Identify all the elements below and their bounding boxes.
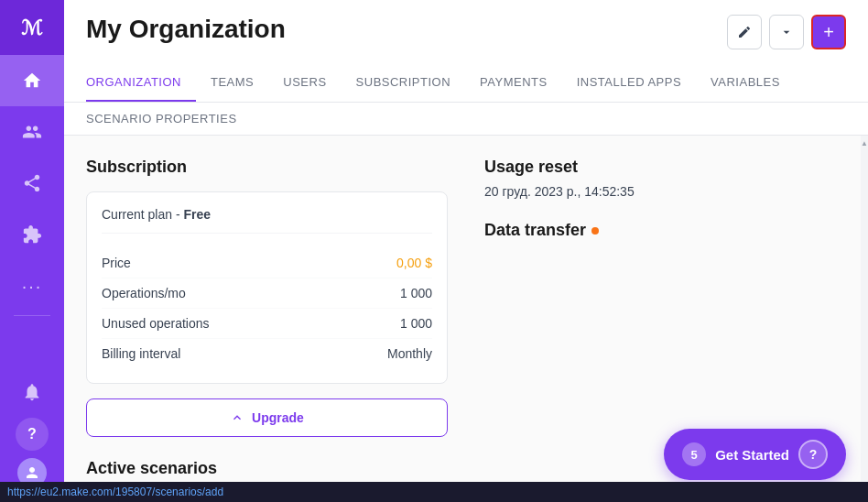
get-started-button[interactable]: 5 Get Started ? (664, 429, 846, 480)
operations-value: 1 000 (400, 286, 432, 300)
data-transfer-section: Data transfer (484, 221, 846, 240)
sidebar-item-help[interactable]: ? (16, 418, 49, 451)
unused-value: 1 000 (400, 316, 432, 331)
subtab-scenario-properties[interactable]: SCENARIO PROPERTIES (86, 103, 252, 135)
svg-text:ℳ: ℳ (21, 16, 43, 39)
usage-reset-date: 20 груд. 2023 р., 14:52:35 (484, 184, 846, 199)
get-started-help-icon[interactable]: ? (798, 440, 828, 469)
sidebar: ℳ ··· ? (0, 0, 64, 502)
header-top: My Organization + (64, 0, 868, 64)
get-started-badge: 5 (682, 442, 706, 466)
sidebar-item-users[interactable] (0, 106, 64, 158)
sidebar-item-bell[interactable] (0, 366, 64, 418)
data-transfer-indicator (591, 227, 599, 235)
billing-row: Billing interval Monthly (102, 339, 432, 368)
sidebar-logo[interactable]: ℳ (0, 0, 64, 55)
main-tabs: ORGANIZATION TEAMS USERS SUBSCRIPTION PA… (64, 64, 868, 103)
subscription-title: Subscription (86, 158, 448, 177)
billing-value: Monthly (387, 346, 432, 361)
upgrade-button[interactable]: Upgrade (86, 398, 448, 437)
tab-subscription[interactable]: SUBSCRIPTION (342, 64, 466, 102)
add-button[interactable]: + (811, 15, 846, 49)
price-label: Price (102, 256, 131, 270)
current-plan: Current plan - Free (102, 207, 432, 234)
tab-payments[interactable]: PAYMENTS (465, 64, 562, 102)
price-row: Price 0,00 $ (102, 248, 432, 278)
sidebar-nav: ··· (0, 55, 64, 366)
price-value: 0,00 $ (396, 256, 432, 270)
usage-reset-title: Usage reset (484, 158, 846, 177)
billing-label: Billing interval (102, 346, 180, 361)
tab-variables[interactable]: VARIABLES (696, 64, 795, 102)
scroll-up-arrow[interactable]: ▲ (861, 136, 868, 150)
tab-users[interactable]: USERS (268, 64, 341, 102)
sidebar-item-more[interactable]: ··· (0, 260, 64, 311)
tab-teams[interactable]: TEAMS (196, 64, 268, 102)
page-title: My Organization (86, 15, 727, 44)
statusbar: https://eu2.make.com/195807/scenarios/ad… (0, 482, 868, 502)
sidebar-item-puzzle[interactable] (0, 209, 64, 260)
edit-button[interactable] (727, 15, 762, 49)
unused-row: Unused operations 1 000 (102, 309, 432, 339)
main-content: My Organization + ORGANIZATION TEAMS USE… (64, 0, 868, 502)
operations-row: Operations/mo 1 000 (102, 278, 432, 309)
unused-label: Unused operations (102, 316, 210, 331)
scroll-track: ▲ ▼ (861, 136, 868, 502)
operations-label: Operations/mo (102, 286, 186, 300)
dropdown-button[interactable] (769, 15, 804, 49)
header-actions: + (727, 15, 846, 49)
get-started-label: Get Started (715, 447, 789, 463)
sidebar-divider (14, 315, 50, 316)
tab-organization[interactable]: ORGANIZATION (86, 64, 196, 102)
subtabs: SCENARIO PROPERTIES (64, 103, 868, 136)
left-column: Subscription Current plan - Free Price 0… (86, 158, 448, 480)
active-scenarios-title: Active scenarios (86, 459, 448, 478)
tab-installed-apps[interactable]: INSTALLED APPS (562, 64, 696, 102)
statusbar-url: https://eu2.make.com/195807/scenarios/ad… (7, 486, 223, 498)
sidebar-item-home[interactable] (0, 55, 64, 106)
subscription-card: Current plan - Free Price 0,00 $ Operati… (86, 191, 448, 384)
sidebar-item-share[interactable] (0, 158, 64, 209)
